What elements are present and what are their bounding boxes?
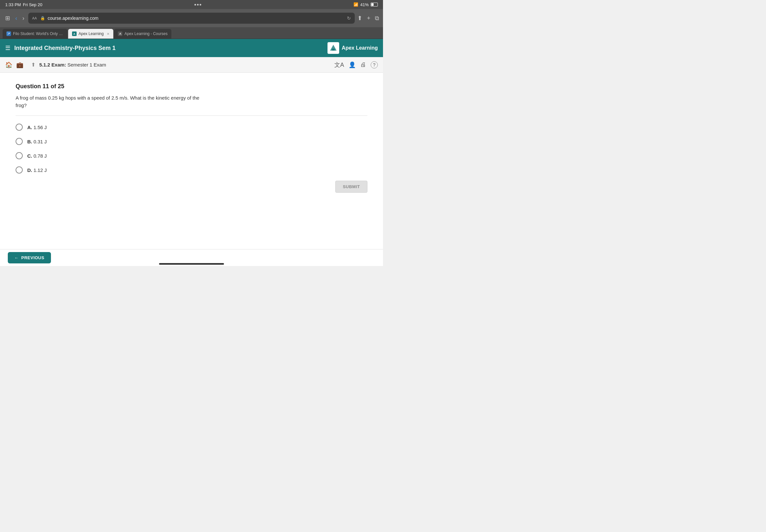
prev-label: PREVIOUS xyxy=(21,255,44,260)
previous-button[interactable]: ← PREVIOUS xyxy=(8,252,51,263)
wifi-icon: 📶 xyxy=(353,2,358,7)
tab-apex-courses[interactable]: A Apex Learning - Courses xyxy=(114,29,171,39)
refresh-button[interactable]: ↻ xyxy=(347,16,351,21)
radio-d[interactable] xyxy=(16,166,23,174)
apex-tab-label: Apex Learning xyxy=(79,31,103,36)
apex-logo: Apex Learning xyxy=(327,42,378,54)
answer-option-a[interactable]: A. 1.56 J xyxy=(16,124,367,131)
answer-c-letter: C. xyxy=(27,153,32,159)
bottom-bar: ← PREVIOUS xyxy=(0,249,383,266)
tab-bar: ↗ Filo Student: World's Only Live Instan… xyxy=(0,27,383,39)
answer-a-value: 1.56 J xyxy=(33,125,47,130)
tabs-icon[interactable]: ⧉ xyxy=(375,15,379,22)
apex-tab-close[interactable]: ✕ xyxy=(107,32,109,36)
prev-arrow-icon: ← xyxy=(14,255,19,260)
breadcrumb: 5.1.2 Exam: Semester 1 Exam xyxy=(39,62,106,67)
upload-icon: ⬆ xyxy=(31,62,35,68)
answer-b-letter: B. xyxy=(27,139,32,144)
apex-courses-tab-icon: A xyxy=(118,31,122,36)
tab-filo[interactable]: ↗ Filo Student: World's Only Live Instan… xyxy=(3,29,67,39)
forward-button[interactable]: › xyxy=(21,14,26,23)
status-bar: 1:33 PM Fri Sep 20 📶 41% xyxy=(0,0,383,9)
radio-c[interactable] xyxy=(16,152,23,159)
svg-text:A: A xyxy=(73,32,75,35)
lock-icon: 🔒 xyxy=(40,16,45,20)
share-icon[interactable]: ⬆ xyxy=(357,15,362,22)
radio-b[interactable] xyxy=(16,138,23,145)
main-content: Question 11 of 25 A frog of mass 0.25 kg… xyxy=(0,73,383,249)
url-text: course.apexlearning.com xyxy=(48,16,98,21)
answer-c-value: 0.78 J xyxy=(33,153,47,159)
apex-logo-icon xyxy=(327,42,339,54)
accessibility-icon[interactable]: 👤 xyxy=(348,61,356,68)
answer-b-value: 0.31 J xyxy=(33,139,47,144)
home-indicator xyxy=(159,263,224,265)
answer-option-d[interactable]: D. 1.12 J xyxy=(16,166,367,174)
translate-icon[interactable]: 文A xyxy=(334,61,344,69)
address-bar[interactable]: AA 🔒 course.apexlearning.com ↻ xyxy=(28,13,355,24)
answer-d-value: 1.12 J xyxy=(33,167,47,173)
date: Fri Sep 20 xyxy=(23,2,42,7)
answer-option-c[interactable]: C. 0.78 J xyxy=(16,152,367,159)
hamburger-menu-icon[interactable]: ☰ xyxy=(5,44,10,52)
submit-area: SUBMIT xyxy=(16,181,367,193)
course-header: ☰ Integrated Chemistry-Physics Sem 1 Ape… xyxy=(0,39,383,57)
tab-apex[interactable]: A Apex Learning ✕ xyxy=(68,29,113,39)
battery-icon xyxy=(371,3,378,6)
toolbar: 🏠 💼 ⬆ 5.1.2 Exam: Semester 1 Exam 文A 👤 🖨… xyxy=(0,57,383,73)
battery-percent: 41% xyxy=(360,2,369,7)
print-icon[interactable]: 🖨 xyxy=(360,61,366,68)
filo-tab-label: Filo Student: World's Only Live Instant … xyxy=(13,31,64,36)
back-button[interactable]: ‹ xyxy=(14,14,18,23)
home-icon[interactable]: 🏠 xyxy=(5,61,12,68)
browser-chrome: ⊞ ‹ › AA 🔒 course.apexlearning.com ↻ ⬆ +… xyxy=(0,9,383,27)
help-icon[interactable]: ? xyxy=(371,61,378,68)
submit-button[interactable]: SUBMIT xyxy=(335,181,367,193)
radio-a[interactable] xyxy=(16,124,23,131)
filo-tab-icon: ↗ xyxy=(6,31,11,36)
time: 1:33 PM xyxy=(5,2,21,7)
question-text: A frog of mass 0.25 kg hops with a speed… xyxy=(16,94,204,109)
question-number: Question 11 of 25 xyxy=(16,83,367,90)
new-tab-icon[interactable]: + xyxy=(367,15,370,22)
answer-options: A. 1.56 J B. 0.31 J C. 0.78 J D. 1.12 J xyxy=(16,124,367,174)
briefcase-icon[interactable]: 💼 xyxy=(16,61,23,68)
apex-courses-tab-label: Apex Learning - Courses xyxy=(124,31,167,36)
text-size-control[interactable]: AA xyxy=(32,16,37,20)
answer-option-b[interactable]: B. 0.31 J xyxy=(16,138,367,145)
apex-logo-text: Apex Learning xyxy=(342,45,378,51)
divider xyxy=(16,115,367,116)
apex-tab-icon: A xyxy=(72,31,77,36)
answer-d-letter: D. xyxy=(27,167,32,173)
svg-rect-4 xyxy=(332,49,334,51)
sidebar-toggle-icon[interactable]: ⊞ xyxy=(4,13,11,23)
answer-a-letter: A. xyxy=(27,125,32,130)
course-title: Integrated Chemistry-Physics Sem 1 xyxy=(14,45,115,52)
